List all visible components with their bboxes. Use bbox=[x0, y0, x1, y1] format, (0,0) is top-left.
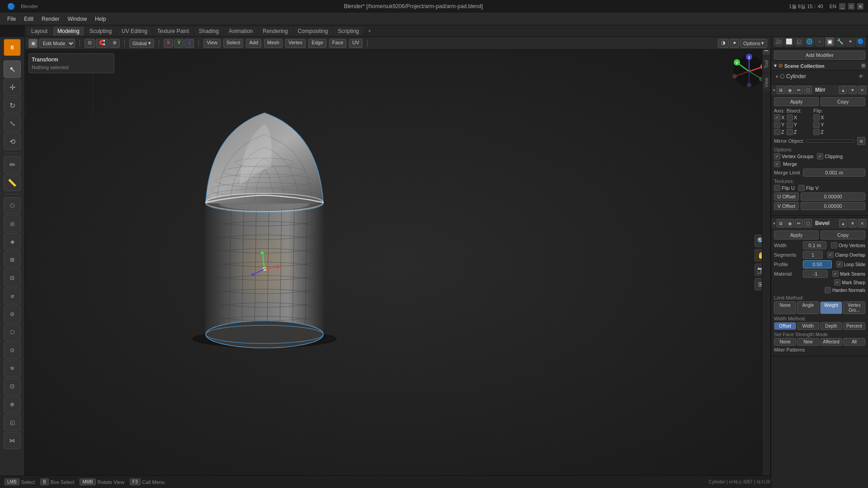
u-offset-value-field[interactable]: 0.00000 bbox=[801, 192, 865, 201]
tree-cylinder[interactable]: ▾ ⬡ Cylinder 👁 bbox=[774, 72, 865, 80]
width-field[interactable]: 0.1 m bbox=[803, 241, 826, 249]
bevel-copy-btn[interactable]: Copy bbox=[821, 230, 865, 239]
object-props-btn[interactable]: ▣ bbox=[825, 37, 835, 47]
output-props-btn[interactable]: ⬜ bbox=[784, 37, 794, 47]
tool-loop-cut[interactable]: ⊞ bbox=[4, 251, 21, 268]
tab-sculpting[interactable]: Sculpting bbox=[85, 27, 116, 36]
minimize-button[interactable]: _ bbox=[839, 3, 845, 9]
tab-shading[interactable]: Shading bbox=[194, 27, 223, 36]
wm-offset-btn[interactable]: Offset bbox=[774, 322, 796, 330]
tab-layout[interactable]: Layout bbox=[27, 27, 52, 36]
flip-v-check[interactable] bbox=[798, 185, 805, 191]
v-offset-label-field[interactable]: V Offset bbox=[774, 202, 799, 210]
proportional-btn[interactable]: ⊚ bbox=[109, 39, 120, 48]
tool-shrink-fatten[interactable]: ⊕ bbox=[4, 396, 21, 413]
bevel-realtime-btn[interactable]: 🖥 bbox=[777, 219, 785, 227]
fs-all-btn[interactable]: All bbox=[843, 338, 865, 346]
filter-icon[interactable]: ⊞ bbox=[861, 63, 865, 68]
tool-rip[interactable]: ⋈ bbox=[4, 432, 21, 449]
tool-inset[interactable]: ◎ bbox=[4, 215, 21, 232]
tool-rotate[interactable]: ↻ bbox=[4, 97, 21, 114]
snap-btn[interactable]: 🧲 bbox=[96, 39, 108, 48]
v-offset-value-field[interactable]: 0.00000 bbox=[801, 202, 865, 210]
3d-viewport[interactable]: User Perspective (139) Cylinder X Y Z bbox=[25, 50, 771, 475]
profile-field[interactable]: 0.50 bbox=[803, 260, 832, 268]
flip-z-check[interactable] bbox=[813, 129, 820, 135]
axis-y-check[interactable] bbox=[774, 122, 780, 128]
z-constraint-btn[interactable]: Z bbox=[184, 39, 194, 48]
scene-props-btn[interactable]: 🌐 bbox=[805, 37, 814, 47]
scene-collection-header[interactable]: ▾ ⊙ Scene Collection ⊞ bbox=[771, 61, 868, 70]
tool-annotate[interactable]: ✏ bbox=[4, 156, 21, 173]
blender-icon-btn[interactable]: B bbox=[4, 39, 21, 56]
mirror-down-btn[interactable]: ▼ bbox=[849, 86, 857, 94]
tool-move[interactable]: ✛ bbox=[4, 79, 21, 96]
mirror-edit-btn[interactable]: ✏ bbox=[795, 86, 803, 94]
segments-field[interactable]: 1 bbox=[803, 251, 823, 259]
render-props-btn[interactable]: 🎥 bbox=[774, 37, 783, 47]
tab-compositing[interactable]: Compositing bbox=[293, 27, 333, 36]
flip-u-check[interactable] bbox=[774, 185, 780, 191]
tab-animation[interactable]: Animation bbox=[224, 27, 257, 36]
mark-sharp-check[interactable] bbox=[834, 279, 840, 286]
bisect-y-check[interactable] bbox=[787, 122, 793, 128]
view-layer-props-btn[interactable]: ◱ bbox=[794, 37, 804, 47]
mirror-render-btn[interactable]: ◉ bbox=[786, 86, 794, 94]
overlay-btn[interactable]: ◑ bbox=[718, 39, 729, 48]
bevel-mode-btn[interactable]: ⬡ bbox=[804, 219, 812, 227]
x-constraint-btn[interactable]: X bbox=[164, 39, 173, 48]
bevel-down-btn[interactable]: ▼ bbox=[849, 219, 857, 227]
wm-depth-btn[interactable]: Depth bbox=[820, 322, 842, 330]
physics-props-btn[interactable]: 🔵 bbox=[856, 37, 865, 47]
flip-x-check[interactable] bbox=[813, 114, 820, 121]
tab-modeling[interactable]: Modeling bbox=[53, 27, 84, 36]
clamp-overlap-check[interactable] bbox=[827, 252, 834, 258]
u-offset-label-field[interactable]: U Offset bbox=[774, 192, 799, 201]
fs-new-btn[interactable]: New bbox=[797, 338, 819, 346]
mirror-apply-btn[interactable]: Apply bbox=[774, 97, 819, 106]
eye-icon[interactable]: 👁 bbox=[859, 74, 863, 79]
tab-rendering[interactable]: Rendering bbox=[258, 27, 292, 36]
bevel-collapse-arrow[interactable]: ▾ bbox=[773, 221, 775, 226]
edge-menu[interactable]: Edge bbox=[308, 39, 326, 48]
mirror-up-btn[interactable]: ▲ bbox=[839, 86, 847, 94]
mirror-close-btn[interactable]: ✕ bbox=[858, 86, 866, 94]
fs-affected-btn[interactable]: Affected bbox=[820, 338, 842, 346]
axis-z-check[interactable] bbox=[774, 129, 780, 135]
mirror-realtime-btn[interactable]: 🖥 bbox=[777, 86, 785, 94]
y-constraint-btn[interactable]: Y bbox=[174, 39, 184, 48]
tab-texture-paint[interactable]: Texture Paint bbox=[153, 27, 193, 36]
merge-limit-field[interactable]: 0.001 m bbox=[803, 169, 865, 177]
tool-scale[interactable]: ⤡ bbox=[4, 115, 21, 132]
bevel-render-btn[interactable]: ◉ bbox=[786, 219, 794, 227]
loop-slide-check[interactable] bbox=[836, 261, 843, 267]
lm-vertexgro-btn[interactable]: Vertex Gro... bbox=[843, 301, 865, 314]
view-menu[interactable]: View bbox=[203, 39, 221, 48]
options-btn[interactable]: Options ▾ bbox=[740, 39, 767, 48]
add-workspace-button[interactable]: + bbox=[364, 27, 375, 36]
lm-angle-btn[interactable]: Angle bbox=[797, 301, 819, 314]
tool-knife[interactable]: ⌀ bbox=[4, 287, 21, 305]
menu-render[interactable]: Render bbox=[38, 15, 63, 23]
fs-none-btn[interactable]: None bbox=[774, 338, 796, 346]
axis-x-check[interactable] bbox=[774, 114, 780, 121]
tool-measure[interactable]: 📏 bbox=[4, 174, 21, 191]
menu-help[interactable]: Help bbox=[91, 15, 110, 23]
mark-seams-check[interactable] bbox=[832, 271, 839, 277]
bisect-x-check[interactable] bbox=[787, 114, 793, 121]
face-menu[interactable]: Face bbox=[329, 39, 346, 48]
global-btn[interactable]: ⊙ bbox=[85, 39, 95, 48]
shading-btn[interactable]: ● bbox=[730, 39, 739, 48]
flip-y-check[interactable] bbox=[813, 122, 820, 128]
tool-bevel[interactable]: ◈ bbox=[4, 233, 21, 250]
uv-menu[interactable]: UV bbox=[349, 39, 362, 48]
bevel-edit-btn[interactable]: ✏ bbox=[795, 219, 803, 227]
vtab-view[interactable]: View bbox=[763, 74, 770, 91]
tool-edge-slide[interactable]: ⊡ bbox=[4, 378, 21, 395]
tool-shear[interactable]: ◱ bbox=[4, 414, 21, 431]
bevel-close-btn[interactable]: ✕ bbox=[858, 219, 866, 227]
tool-cursor[interactable]: ↖ bbox=[4, 61, 21, 78]
maximize-button[interactable]: □ bbox=[848, 3, 854, 9]
particles-props-btn[interactable]: ✦ bbox=[846, 37, 855, 47]
modifier-props-btn[interactable]: 🔧 bbox=[835, 37, 845, 47]
